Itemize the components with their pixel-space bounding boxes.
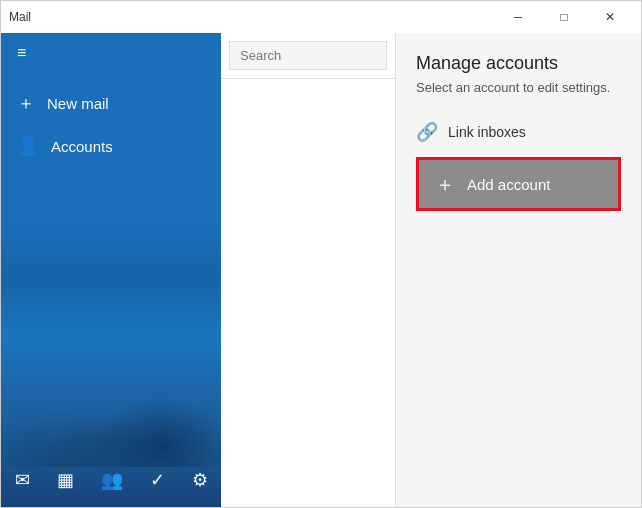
add-account-icon: ＋ — [435, 174, 455, 194]
sidebar-mountain — [1, 267, 221, 467]
title-bar-left: Mail — [9, 10, 31, 24]
title-bar: Mail ─ □ ✕ — [1, 1, 641, 33]
hamburger-icon[interactable]: ≡ — [17, 44, 26, 62]
calendar-footer-icon[interactable]: ▦ — [51, 463, 80, 497]
right-pane: Manage accounts Select an account to edi… — [396, 33, 641, 507]
search-bar — [221, 33, 395, 79]
sidebar-item-new-mail[interactable]: ＋ New mail — [1, 81, 221, 125]
sidebar-header: ≡ — [1, 33, 221, 73]
add-account-button[interactable]: ＋ Add account — [416, 157, 621, 211]
middle-pane — [221, 33, 396, 507]
link-inboxes-label: Link inboxes — [448, 124, 526, 140]
new-mail-label: New mail — [47, 95, 109, 112]
mail-footer-icon[interactable]: ✉ — [9, 463, 36, 497]
sidebar: ≡ ＋ New mail 👤 Accounts ✉ ▦ 👥 ✓ ⚙ — [1, 33, 221, 507]
tasks-footer-icon[interactable]: ✓ — [144, 463, 171, 497]
sidebar-item-accounts[interactable]: 👤 Accounts — [1, 125, 221, 167]
app-window: Mail ─ □ ✕ ≡ ＋ New mail 👤 Accounts — [0, 0, 642, 508]
minimize-button[interactable]: ─ — [495, 1, 541, 33]
people-footer-icon[interactable]: 👥 — [95, 463, 129, 497]
sidebar-nav: ＋ New mail 👤 Accounts — [1, 73, 221, 167]
link-inboxes-icon: 🔗 — [416, 121, 438, 143]
accounts-label: Accounts — [51, 138, 113, 155]
settings-footer-icon[interactable]: ⚙ — [186, 463, 214, 497]
new-mail-icon: ＋ — [17, 91, 35, 115]
close-button[interactable]: ✕ — [587, 1, 633, 33]
app-title: Mail — [9, 10, 31, 24]
add-account-label: Add account — [467, 176, 550, 193]
link-inboxes-item[interactable]: 🔗 Link inboxes — [416, 113, 621, 151]
sidebar-footer: ✉ ▦ 👥 ✓ ⚙ — [1, 453, 221, 507]
search-input[interactable] — [229, 41, 387, 70]
manage-accounts-subtitle: Select an account to edit settings. — [416, 80, 621, 95]
accounts-icon: 👤 — [17, 135, 39, 157]
title-bar-controls: ─ □ ✕ — [495, 1, 633, 33]
maximize-button[interactable]: □ — [541, 1, 587, 33]
manage-accounts-title: Manage accounts — [416, 53, 621, 74]
main-area: ≡ ＋ New mail 👤 Accounts ✉ ▦ 👥 ✓ ⚙ — [1, 33, 641, 507]
